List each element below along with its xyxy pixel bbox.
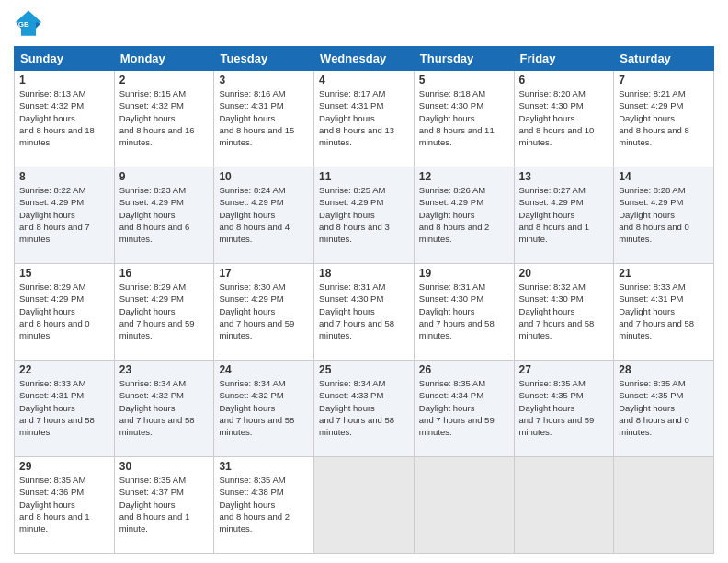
calendar-cell <box>314 457 415 554</box>
daylight-label: Daylight hours <box>119 500 176 510</box>
sunset-label: Sunset: 4:30 PM <box>419 100 483 110</box>
daylight-label: Daylight hours <box>619 306 675 316</box>
day-info: Sunrise: 8:31 AM Sunset: 4:30 PM Dayligh… <box>419 281 509 341</box>
weekday-header-friday: Friday <box>514 47 614 71</box>
daylight-value: and 8 hours and 15 minutes. <box>219 125 294 147</box>
daylight-label: Daylight hours <box>319 113 375 123</box>
day-info: Sunrise: 8:16 AM Sunset: 4:31 PM Dayligh… <box>219 87 309 148</box>
calendar-cell: 26 Sunrise: 8:35 AM Sunset: 4:34 PM Dayl… <box>414 361 514 457</box>
sunrise-label: Sunrise: 8:29 AM <box>19 282 85 292</box>
sunset-label: Sunset: 4:29 PM <box>519 197 584 207</box>
sunset-label: Sunset: 4:36 PM <box>19 487 84 497</box>
day-number: 17 <box>219 267 309 280</box>
daylight-value: and 8 hours and 6 minutes. <box>119 222 190 244</box>
calendar-cell: 7 Sunrise: 8:21 AM Sunset: 4:29 PM Dayli… <box>614 71 714 167</box>
sunset-label: Sunset: 4:29 PM <box>419 197 483 207</box>
sunrise-label: Sunrise: 8:18 AM <box>419 88 485 98</box>
sunrise-label: Sunrise: 8:35 AM <box>119 475 186 485</box>
sunset-label: Sunset: 4:38 PM <box>219 487 283 497</box>
calendar-cell: 27 Sunrise: 8:35 AM Sunset: 4:35 PM Dayl… <box>514 361 614 457</box>
sunset-label: Sunset: 4:29 PM <box>19 197 84 207</box>
calendar-cell: 13 Sunrise: 8:27 AM Sunset: 4:29 PM Dayl… <box>514 167 614 264</box>
daylight-label: Daylight hours <box>19 500 75 510</box>
sunset-label: Sunset: 4:31 PM <box>319 100 383 110</box>
weekday-header-sunday: Sunday <box>15 47 115 71</box>
day-info: Sunrise: 8:33 AM Sunset: 4:31 PM Dayligh… <box>619 281 709 341</box>
calendar-cell: 11 Sunrise: 8:25 AM Sunset: 4:29 PM Dayl… <box>314 167 415 264</box>
calendar-cell <box>614 457 714 554</box>
sunset-label: Sunset: 4:29 PM <box>219 293 283 304</box>
calendar-cell <box>514 457 614 554</box>
daylight-value: and 7 hours and 58 minutes. <box>419 318 495 340</box>
day-number: 11 <box>319 170 409 183</box>
sunset-label: Sunset: 4:29 PM <box>619 197 683 207</box>
day-number: 12 <box>419 170 509 183</box>
day-number: 26 <box>419 363 509 376</box>
day-info: Sunrise: 8:35 AM Sunset: 4:37 PM Dayligh… <box>119 474 210 534</box>
day-info: Sunrise: 8:24 AM Sunset: 4:29 PM Dayligh… <box>219 184 309 245</box>
calendar-cell: 15 Sunrise: 8:29 AM Sunset: 4:29 PM Dayl… <box>15 264 115 361</box>
daylight-label: Daylight hours <box>19 403 75 413</box>
calendar-cell: 1 Sunrise: 8:13 AM Sunset: 4:32 PM Dayli… <box>15 71 115 167</box>
logo-icon: GB <box>14 9 43 39</box>
sunset-label: Sunset: 4:29 PM <box>619 100 683 110</box>
sunrise-label: Sunrise: 8:23 AM <box>119 185 186 195</box>
calendar-cell: 23 Sunrise: 8:34 AM Sunset: 4:32 PM Dayl… <box>114 361 214 457</box>
calendar-cell: 8 Sunrise: 8:22 AM Sunset: 4:29 PM Dayli… <box>15 167 115 264</box>
sunrise-label: Sunrise: 8:26 AM <box>419 185 485 195</box>
day-info: Sunrise: 8:35 AM Sunset: 4:36 PM Dayligh… <box>19 474 109 534</box>
day-number: 5 <box>419 74 509 86</box>
sunset-label: Sunset: 4:35 PM <box>619 390 683 400</box>
daylight-label: Daylight hours <box>419 306 475 316</box>
daylight-value: and 8 hours and 0 minutes. <box>619 222 689 244</box>
calendar-cell: 22 Sunrise: 8:33 AM Sunset: 4:31 PM Dayl… <box>15 361 115 457</box>
weekday-header-wednesday: Wednesday <box>314 47 415 71</box>
day-info: Sunrise: 8:23 AM Sunset: 4:29 PM Dayligh… <box>119 184 210 245</box>
daylight-value: and 8 hours and 0 minutes. <box>619 415 689 437</box>
daylight-label: Daylight hours <box>419 113 475 123</box>
daylight-label: Daylight hours <box>219 403 275 413</box>
daylight-value: and 8 hours and 8 minutes. <box>619 125 689 147</box>
daylight-value: and 8 hours and 4 minutes. <box>219 222 290 244</box>
daylight-value: and 7 hours and 58 minutes. <box>319 318 394 340</box>
sunset-label: Sunset: 4:37 PM <box>119 487 184 497</box>
calendar-cell: 9 Sunrise: 8:23 AM Sunset: 4:29 PM Dayli… <box>114 167 214 264</box>
daylight-value: and 8 hours and 2 minutes. <box>219 511 290 534</box>
calendar-cell: 10 Sunrise: 8:24 AM Sunset: 4:29 PM Dayl… <box>214 167 314 264</box>
calendar-cell: 31 Sunrise: 8:35 AM Sunset: 4:38 PM Dayl… <box>214 457 314 554</box>
sunrise-label: Sunrise: 8:16 AM <box>219 88 285 98</box>
daylight-value: and 7 hours and 59 minutes. <box>219 318 294 340</box>
sunset-label: Sunset: 4:29 PM <box>119 197 184 207</box>
day-info: Sunrise: 8:34 AM Sunset: 4:33 PM Dayligh… <box>319 377 409 438</box>
calendar-cell: 12 Sunrise: 8:26 AM Sunset: 4:29 PM Dayl… <box>414 167 514 264</box>
sunset-label: Sunset: 4:30 PM <box>419 293 483 304</box>
day-number: 7 <box>619 74 709 86</box>
sunset-label: Sunset: 4:31 PM <box>19 390 84 400</box>
daylight-label: Daylight hours <box>419 403 475 413</box>
daylight-label: Daylight hours <box>619 210 675 220</box>
calendar-cell: 18 Sunrise: 8:31 AM Sunset: 4:30 PM Dayl… <box>314 264 415 361</box>
daylight-value: and 7 hours and 59 minutes. <box>419 415 495 437</box>
daylight-label: Daylight hours <box>519 210 575 220</box>
sunrise-label: Sunrise: 8:25 AM <box>319 185 385 195</box>
day-info: Sunrise: 8:26 AM Sunset: 4:29 PM Dayligh… <box>419 184 509 245</box>
daylight-value: and 8 hours and 2 minutes. <box>419 222 490 244</box>
daylight-value: and 7 hours and 58 minutes. <box>519 318 595 340</box>
sunrise-label: Sunrise: 8:17 AM <box>319 88 385 98</box>
daylight-label: Daylight hours <box>519 403 575 413</box>
sunset-label: Sunset: 4:32 PM <box>19 100 84 110</box>
daylight-label: Daylight hours <box>119 306 176 316</box>
sunset-label: Sunset: 4:29 PM <box>19 293 84 304</box>
day-number: 10 <box>219 170 309 183</box>
calendar-cell: 2 Sunrise: 8:15 AM Sunset: 4:32 PM Dayli… <box>114 71 214 167</box>
day-number: 3 <box>219 74 309 86</box>
day-number: 2 <box>119 74 210 86</box>
calendar-cell: 17 Sunrise: 8:30 AM Sunset: 4:29 PM Dayl… <box>214 264 314 361</box>
day-number: 9 <box>119 170 210 183</box>
sunrise-label: Sunrise: 8:27 AM <box>519 185 586 195</box>
sunset-label: Sunset: 4:30 PM <box>319 293 383 304</box>
day-number: 29 <box>19 460 109 473</box>
logo: GB <box>14 9 47 39</box>
calendar-cell: 5 Sunrise: 8:18 AM Sunset: 4:30 PM Dayli… <box>414 71 514 167</box>
daylight-label: Daylight hours <box>319 403 375 413</box>
